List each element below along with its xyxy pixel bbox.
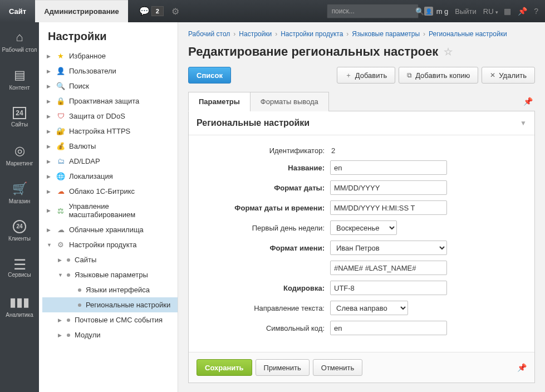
datetime-label: Формат даты и времени: xyxy=(197,204,330,212)
tab-admin[interactable]: Администрирование xyxy=(35,0,128,22)
tree-icon: 🔍 xyxy=(56,82,66,90)
tree-item[interactable]: ▶🔒Проактивная защита xyxy=(42,94,178,109)
tree-item[interactable]: ▶🔐Настройка HTTPS xyxy=(42,124,178,139)
add-button[interactable]: ＋Добавить xyxy=(337,67,395,84)
tree-item[interactable]: ▶🔍Поиск xyxy=(42,79,178,94)
tabs-pin-icon[interactable]: 📌 xyxy=(523,97,535,106)
direction-label: Направление текста: xyxy=(197,304,330,312)
tree-item[interactable]: ▶⚖Управление масштабированием xyxy=(42,199,178,222)
direction-select[interactable]: Слева направо xyxy=(330,301,408,315)
panel-footer: Сохранить Применить Отменить 📌 xyxy=(189,352,534,383)
chevron-icon: › xyxy=(346,30,348,38)
tree-item[interactable]: ▶☁Облачные хранилища xyxy=(42,222,178,237)
notif-count: 2 xyxy=(151,6,164,16)
tree-icon: 👤 xyxy=(56,67,66,75)
iconbar-clients[interactable]: 24Клиенты xyxy=(0,212,39,249)
tree-item[interactable]: ▼⚙Настройки продукта xyxy=(42,237,178,252)
tree-label: Настройки продукта xyxy=(69,241,137,249)
tree-item[interactable]: ▶🛡Защита от DDoS xyxy=(42,109,178,124)
date-input[interactable] xyxy=(330,180,447,195)
user-menu[interactable]: 👤 m g xyxy=(424,7,449,16)
tree-item[interactable]: ▶Модули xyxy=(42,327,178,342)
list-button[interactable]: Список xyxy=(188,67,231,84)
iconbar-services[interactable]: ☰Сервисы xyxy=(0,249,39,287)
copy-icon: ⧉ xyxy=(407,71,412,79)
dot-icon xyxy=(78,303,81,307)
breadcrumb-link[interactable]: Языковые параметры xyxy=(352,30,420,38)
tree-item[interactable]: ▼Языковые параметры xyxy=(42,267,178,282)
tab-site[interactable]: Сайт xyxy=(0,0,35,22)
collapse-icon[interactable]: ▼ xyxy=(520,119,527,127)
tree-item[interactable]: Языки интерфейса xyxy=(42,282,178,297)
date-label: Формат даты: xyxy=(197,184,330,192)
copy-button[interactable]: ⧉Добавить копию xyxy=(399,67,478,84)
nameformat-select[interactable]: Иван Петров xyxy=(330,241,447,255)
arrow-icon: ▶ xyxy=(58,332,65,338)
breadcrumb-link[interactable]: Настройки xyxy=(239,30,272,38)
iconbar-marketing[interactable]: ◎Маркетинг xyxy=(0,136,39,174)
tab-formats[interactable]: Форматы вывода xyxy=(250,92,329,111)
save-button[interactable]: Сохранить xyxy=(197,359,252,376)
logout-link[interactable]: Выйти xyxy=(455,7,477,16)
gear-icon[interactable]: ⚙ xyxy=(171,6,179,17)
main-content: Рабочий стол›Настройки›Настройки продукт… xyxy=(178,22,545,392)
tree-item[interactable]: Региональные настройки xyxy=(42,297,178,312)
name-input[interactable] xyxy=(330,160,447,175)
panel-header: Региональные настройки ▼ xyxy=(189,111,534,135)
sidebar-tree: Настройки ▶★Избранное▶👤Пользователи▶🔍Пои… xyxy=(39,22,178,392)
delete-button[interactable]: ✕Удалить xyxy=(482,67,535,84)
avatar-icon: 👤 xyxy=(424,7,433,16)
arrow-icon: ▶ xyxy=(47,159,53,164)
tree-item[interactable]: ▶🗂AD/LDAP xyxy=(42,154,178,169)
search-icon: 🔍 xyxy=(415,7,424,16)
tree-label: Облачные хранилища xyxy=(69,226,144,234)
firstday-select[interactable]: Воскресенье xyxy=(330,220,397,235)
close-icon: ✕ xyxy=(490,71,495,79)
arrow-icon: ▶ xyxy=(47,208,53,213)
tree-item[interactable]: ▶Почтовые и СМС события xyxy=(42,312,178,327)
lang-switch[interactable]: RU ▾ xyxy=(483,7,498,16)
pin-icon[interactable]: 📌 xyxy=(518,7,527,16)
notifications[interactable]: 💬 2 xyxy=(139,6,164,16)
nameformat-input[interactable] xyxy=(330,261,447,275)
tree-item[interactable]: ▶🌐Локализация xyxy=(42,169,178,184)
tree-label: Настройка HTTPS xyxy=(69,127,130,135)
breadcrumb-link[interactable]: Настройки продукта xyxy=(281,30,343,38)
tree-item[interactable]: ▶★Избранное xyxy=(42,48,178,63)
arrow-icon: ▶ xyxy=(47,129,53,134)
iconbar-sites[interactable]: 24Сайты xyxy=(0,98,39,136)
footer-pin-icon[interactable]: 📌 xyxy=(517,363,527,372)
search-input[interactable] xyxy=(332,7,415,15)
tab-params[interactable]: Параметры xyxy=(188,92,251,111)
iconbar-content[interactable]: ▤Контент xyxy=(0,60,39,98)
arrow-icon: ▶ xyxy=(47,144,53,149)
search-box[interactable]: 🔍 xyxy=(327,4,419,18)
cancel-button[interactable]: Отменить xyxy=(313,359,362,376)
encoding-input[interactable] xyxy=(330,281,447,295)
breadcrumb-link[interactable]: Региональные настройки xyxy=(429,30,507,38)
help-icon[interactable]: ? xyxy=(534,7,538,16)
tree-item[interactable]: ▶💰Валюты xyxy=(42,139,178,154)
code-input[interactable] xyxy=(330,321,447,335)
tree-icon: ☁ xyxy=(56,187,66,195)
star-icon[interactable]: ☆ xyxy=(444,46,453,58)
tree-item[interactable]: ▶☁Облако 1С-Битрикс xyxy=(42,184,178,199)
iconbar-shop[interactable]: 🛒Магазин xyxy=(0,174,39,212)
arrow-icon: ▶ xyxy=(47,53,53,59)
tree-item[interactable]: ▶Сайты xyxy=(42,252,178,267)
sites-icon: 24 xyxy=(13,107,26,119)
apply-button[interactable]: Применить xyxy=(256,359,310,376)
tree-icon: 🛡 xyxy=(56,112,66,120)
id-value: 2 xyxy=(330,144,336,157)
tree-item[interactable]: ▶👤Пользователи xyxy=(42,63,178,79)
calendar-icon[interactable]: ▦ xyxy=(504,7,511,16)
datetime-input[interactable] xyxy=(330,200,447,215)
dot-icon xyxy=(67,273,70,277)
iconbar-desktop[interactable]: ⌂Рабочий стол xyxy=(0,22,39,60)
tree-label: Модули xyxy=(75,331,101,339)
action-bar: Список ＋Добавить ⧉Добавить копию ✕Удалит… xyxy=(188,67,535,84)
iconbar-analytics[interactable]: ▮▮▮Аналитика xyxy=(0,287,39,325)
breadcrumb-link[interactable]: Рабочий стол xyxy=(188,30,230,38)
plus-icon: ＋ xyxy=(345,71,352,80)
tree-icon: ☁ xyxy=(56,226,66,234)
